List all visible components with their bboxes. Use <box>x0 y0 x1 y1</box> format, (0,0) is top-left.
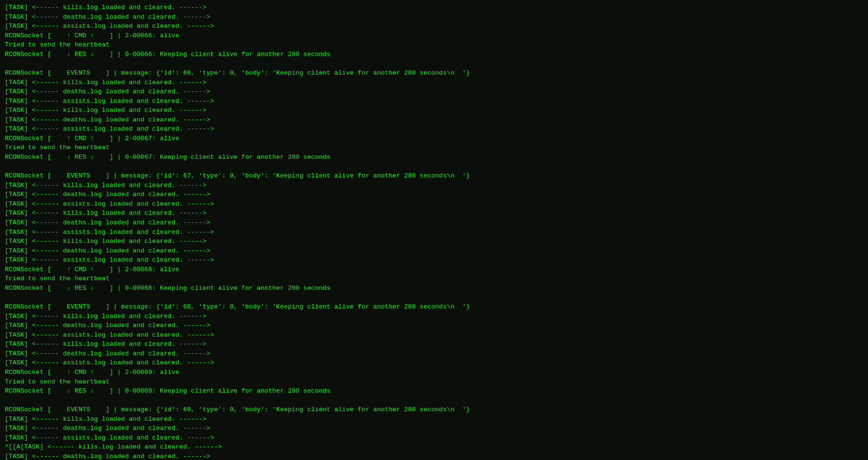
terminal-output: [TASK] <------ kills.log loaded and clea… <box>5 3 863 460</box>
terminal-line: [TASK] <------ assists.log loaded and cl… <box>5 22 863 31</box>
terminal-line: [TASK] <------ kills.log loaded and clea… <box>5 181 863 190</box>
terminal-line: [TASK] <------ kills.log loaded and clea… <box>5 208 863 218</box>
terminal-line: [TASK] <------ assists.log loaded and cl… <box>5 124 863 134</box>
terminal-line: [TASK] <------ kills.log loaded and clea… <box>5 340 863 349</box>
terminal-line: [TASK] <------ assists.log loaded and cl… <box>5 228 863 237</box>
terminal-line: RCONSocket [ ↓ RES ↓ ] | 0-00066: Keepin… <box>5 50 863 59</box>
terminal-line: [TASK] <------ assists.log loaded and cl… <box>5 97 863 106</box>
terminal-line: RCONSocket [ EVENTS ] | message: {'id': … <box>5 405 863 415</box>
terminal-line: RCONSocket [ ↓ RES ↓ ] | 0-00067: Keepin… <box>5 153 863 162</box>
terminal-line: Tried to send the heartbeat <box>5 274 863 284</box>
terminal-line: [TASK] <------ assists.log loaded and cl… <box>5 433 863 443</box>
terminal-line: [TASK] <------ kills.log loaded and clea… <box>5 106 863 115</box>
terminal-line: RCONSocket [ ↑ CMD ↑ ] | 2-00068: alive <box>5 265 863 274</box>
terminal-line: RCONSocket [ ↑ CMD ↑ ] | 2-00069: alive <box>5 368 863 377</box>
terminal-line: RCONSocket [ ↓ RES ↓ ] | 0-00069: Keepin… <box>5 386 863 396</box>
terminal-line: RCONSocket [ ↑ CMD ↑ ] | 2-00066: alive <box>5 31 863 41</box>
terminal-line: [TASK] <------ deaths.log loaded and cle… <box>5 349 863 359</box>
terminal-line: [TASK] <------ deaths.log loaded and cle… <box>5 190 863 199</box>
terminal-line-empty <box>5 293 863 302</box>
terminal-line: RCONSocket [ ↑ CMD ↑ ] | 2-00067: alive <box>5 134 863 143</box>
terminal-line: Tried to send the heartbeat <box>5 40 863 50</box>
terminal-line: RCONSocket [ EVENTS ] | message: {'id': … <box>5 302 863 312</box>
terminal-line: [TASK] <------ kills.log loaded and clea… <box>5 312 863 321</box>
terminal-line: [TASK] <------ deaths.log loaded and cle… <box>5 12 863 22</box>
terminal-line: [TASK] <------ kills.log loaded and clea… <box>5 3 863 12</box>
terminal-line: RCONSocket [ EVENTS ] | message: {'id': … <box>5 68 863 78</box>
terminal-line: [TASK] <------ deaths.log loaded and cle… <box>5 218 863 228</box>
terminal-line: [TASK] <------ kills.log loaded and clea… <box>5 237 863 246</box>
terminal-line: RCONSocket [ ↓ RES ↓ ] | 0-00068: Keepin… <box>5 284 863 293</box>
terminal-line-empty <box>5 162 863 172</box>
terminal-line: ^[[A[TASK] <------ kills.log loaded and … <box>5 442 863 452</box>
terminal-line: Tried to send the heartbeat <box>5 377 863 387</box>
terminal-line: [TASK] <------ assists.log loaded and cl… <box>5 358 863 368</box>
terminal-line: [TASK] <------ deaths.log loaded and cle… <box>5 321 863 330</box>
terminal-line-empty <box>5 396 863 405</box>
terminal-line: [TASK] <------ deaths.log loaded and cle… <box>5 246 863 256</box>
terminal-line: [TASK] <------ kills.log loaded and clea… <box>5 78 863 88</box>
terminal-line: [TASK] <------ assists.log loaded and cl… <box>5 255 863 265</box>
terminal-line-empty <box>5 59 863 68</box>
terminal-line: [TASK] <------ deaths.log loaded and cle… <box>5 87 863 97</box>
terminal-line: [TASK] <------ deaths.log loaded and cle… <box>5 115 863 125</box>
terminal-line: Tried to send the heartbeat <box>5 143 863 153</box>
terminal-line: [TASK] <------ assists.log loaded and cl… <box>5 330 863 340</box>
terminal-line: [TASK] <------ deaths.log loaded and cle… <box>5 452 863 460</box>
terminal-line: [TASK] <------ kills.log loaded and clea… <box>5 415 863 424</box>
terminal-line: RCONSocket [ EVENTS ] | message: {'id': … <box>5 171 863 181</box>
terminal-line: [TASK] <------ deaths.log loaded and cle… <box>5 424 863 433</box>
terminal-line: [TASK] <------ assists.log loaded and cl… <box>5 199 863 209</box>
